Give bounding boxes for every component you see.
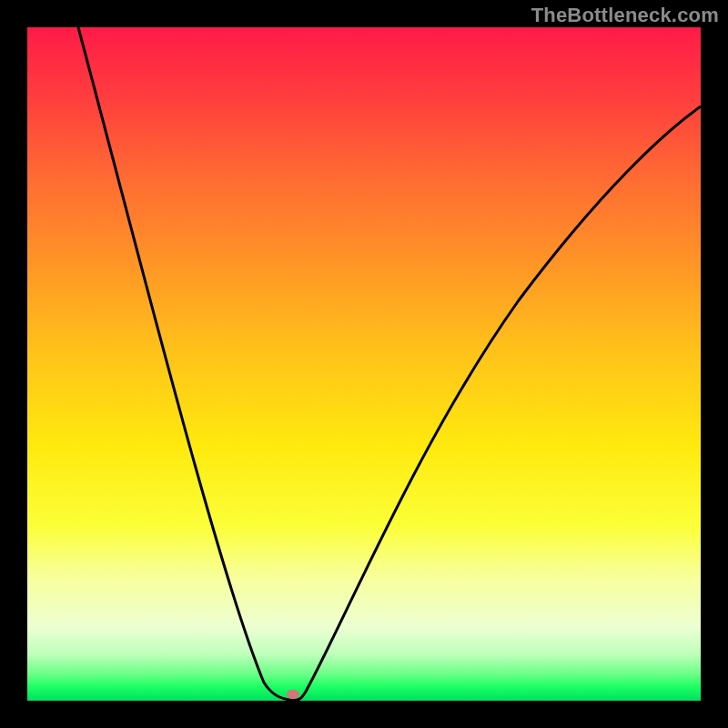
watermark-text: TheBottleneck.com [531,4,719,27]
plot-area [27,27,701,701]
curve-path [78,27,701,700]
min-marker [287,690,299,699]
chart-frame: TheBottleneck.com [0,0,728,728]
curve-svg [27,27,701,701]
